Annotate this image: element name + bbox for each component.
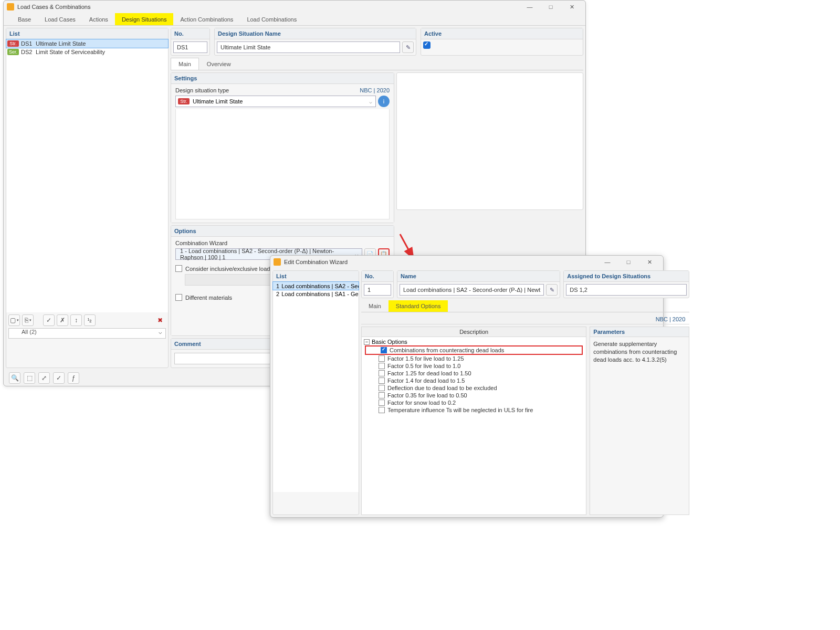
parameters-panel: Parameters Generate supplementary combin… <box>590 327 689 515</box>
type-dropdown[interactable]: Str. Ultimate Limit State <box>175 96 376 107</box>
option-label: Factor for snow load to 0.2 <box>387 400 456 406</box>
ds-list-row[interactable]: Ser.DS2Limit State of Serviceability <box>6 48 168 56</box>
tab-action-combinations[interactable]: Action Combinations <box>173 13 240 25</box>
option-checkbox[interactable] <box>379 392 385 398</box>
wiz-name-panel: Name Load combinations | SA2 - Second-or… <box>397 270 560 298</box>
close-button[interactable]: ✕ <box>561 2 582 12</box>
wiz-edit-name-button[interactable]: ✎ <box>546 284 558 296</box>
option-label: Temperature influence Ts will be neglect… <box>387 407 533 413</box>
wiz-assigned-input[interactable]: DS 1,2 <box>566 284 687 296</box>
option-item[interactable]: Factor 1.4 for dead load to 1.5 <box>364 377 584 384</box>
copy-button[interactable]: ⎘ <box>22 314 34 326</box>
option-checkbox[interactable] <box>379 377 385 384</box>
option-item[interactable]: Factor 0.5 for live load to 1.0 <box>364 362 584 370</box>
option-checkbox[interactable] <box>379 407 385 413</box>
collapse-icon[interactable]: − <box>364 339 370 345</box>
inclusive-checkbox[interactable] <box>175 265 182 272</box>
option-item[interactable]: Temperature influence Ts will be neglect… <box>364 406 584 414</box>
wiz-no: 1 <box>276 283 279 289</box>
tab-base[interactable]: Base <box>11 13 38 25</box>
settings-header: Settings <box>171 73 394 84</box>
active-panel: Active <box>421 28 583 56</box>
sub-close-button[interactable]: ✕ <box>639 257 660 267</box>
sub-title-bar: Edit Combination Wizard — □ ✕ <box>270 256 663 268</box>
wiz-no-input[interactable]: 1 <box>364 284 391 296</box>
filter-select[interactable]: All (2) ⌵ <box>8 328 166 339</box>
option-checkbox[interactable] <box>379 355 385 362</box>
tab-design-situations[interactable]: Design Situations <box>115 13 174 25</box>
desc-header: Description <box>362 327 586 337</box>
window-title: Load Cases & Combinations <box>17 4 519 10</box>
edit-wizard-dialog: Edit Combination Wizard — □ ✕ List 1Load… <box>270 255 664 518</box>
ds-list-panel: List Str.DS1Ultimate Limit StateSer.DS2L… <box>6 28 169 368</box>
option-item[interactable]: Combinations from counteracting dead loa… <box>365 345 583 355</box>
preview-area <box>396 72 583 210</box>
active-checkbox[interactable] <box>423 41 430 49</box>
detail-tabs: Main Overview <box>171 58 583 70</box>
settings-panel: Settings Design situation type NBC | 202… <box>171 72 394 223</box>
option-checkbox[interactable] <box>379 363 385 369</box>
new-button[interactable]: ▢ <box>8 314 20 326</box>
no-input[interactable]: DS1 <box>173 41 207 53</box>
option-label: Factor 1.4 for dead load to 1.5 <box>387 377 465 384</box>
tool-2-button[interactable]: ⤢ <box>38 372 50 384</box>
minimize-button[interactable]: — <box>519 2 540 12</box>
tool-3-button[interactable]: ✓ <box>53 372 65 384</box>
ds-list-row[interactable]: Str.DS1Ultimate Limit State <box>6 39 168 48</box>
subtab-overview[interactable]: Overview <box>199 58 239 70</box>
name-panel: Design Situation Name Ultimate Limit Sta… <box>214 28 416 56</box>
options-desc-panel: Description − Basic Options Combinations… <box>361 327 586 515</box>
uncheck-all-button[interactable]: ✗ <box>57 314 68 326</box>
subtab-main[interactable]: Main <box>171 58 199 70</box>
type-label: Design situation type <box>175 87 229 93</box>
wiz-tab-main[interactable]: Main <box>361 300 388 312</box>
name-input[interactable]: Ultimate Limit State <box>217 41 400 53</box>
option-item[interactable]: Deflection due to dead load to be exclud… <box>364 384 584 392</box>
group-label: Basic Options <box>372 339 407 345</box>
ds-name: Limit State of Serviceability <box>36 49 105 55</box>
option-item[interactable]: Factor 1.5 for live load to 1.25 <box>364 355 584 362</box>
wizard-list-row[interactable]: 1Load combinations | SA2 - Secon <box>273 282 359 290</box>
wiz-tab-standard-options[interactable]: Standard Options <box>388 300 448 312</box>
option-checkbox[interactable] <box>379 370 385 376</box>
tab-load-cases[interactable]: Load Cases <box>38 13 82 25</box>
option-label: Factor 1.25 for dead load to 1.50 <box>387 370 471 376</box>
maximize-button[interactable]: □ <box>540 2 561 12</box>
title-bar: Load Cases & Combinations — □ ✕ <box>4 1 585 13</box>
tool-1-button[interactable]: ⬚ <box>24 372 35 384</box>
type-badge: Str. <box>178 98 190 104</box>
wiz-subtabs: Main Standard Options <box>361 300 689 312</box>
ds-list[interactable]: Str.DS1Ultimate Limit StateSer.DS2Limit … <box>6 39 168 312</box>
wiz-name-header: Name <box>397 271 560 282</box>
option-item[interactable]: Factor 1.25 for dead load to 1.50 <box>364 370 584 377</box>
tab-actions[interactable]: Actions <box>82 13 115 25</box>
name-header: Design Situation Name <box>215 28 416 39</box>
help-button[interactable]: 🔍 <box>9 372 20 384</box>
delete-button[interactable]: ✖ <box>154 314 166 326</box>
tab-load-combinations[interactable]: Load Combinations <box>240 13 303 25</box>
ds-name: Ultimate Limit State <box>36 40 86 47</box>
wizard-list-row[interactable]: 2Load combinations | SA1 - Geom <box>273 290 359 298</box>
renumber-button[interactable]: ¹₂ <box>84 314 96 326</box>
materials-checkbox[interactable] <box>175 294 182 301</box>
sort-button[interactable]: ↕ <box>70 314 82 326</box>
option-checkbox[interactable] <box>379 400 385 406</box>
wizard-list-panel: List 1Load combinations | SA2 - Secon2Lo… <box>272 270 359 515</box>
option-label: Deflection due to dead load to be exclud… <box>387 385 497 391</box>
edit-name-button[interactable]: ✎ <box>402 41 414 53</box>
basic-options-group[interactable]: − Basic Options <box>364 338 584 345</box>
type-info-button[interactable]: i <box>378 96 390 107</box>
sub-app-icon <box>274 258 281 266</box>
wizard-list[interactable]: 1Load combinations | SA2 - Secon2Load co… <box>273 282 359 492</box>
sub-maximize-button[interactable]: □ <box>618 257 639 267</box>
option-checkbox[interactable] <box>379 385 385 391</box>
check-all-button[interactable]: ✓ <box>43 314 55 326</box>
option-item[interactable]: Factor for snow load to 0.2 <box>364 399 584 406</box>
option-item[interactable]: Factor 0.35 for live load to 0.50 <box>364 392 584 399</box>
option-label: Combinations from counteracting dead loa… <box>390 347 504 353</box>
wizard-list-header: List <box>273 271 359 282</box>
option-checkbox[interactable] <box>381 347 387 353</box>
wiz-name-input[interactable]: Load combinations | SA2 - Second-order (… <box>400 284 544 296</box>
tool-4-button[interactable]: ƒ <box>68 372 79 384</box>
sub-minimize-button[interactable]: — <box>597 257 618 267</box>
